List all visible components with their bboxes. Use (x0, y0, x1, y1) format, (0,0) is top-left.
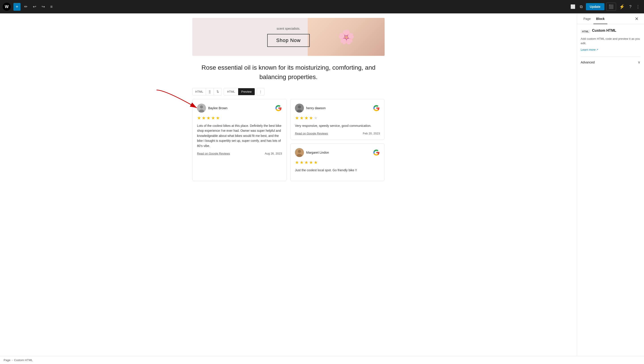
redo-button[interactable]: ↪ (40, 3, 47, 10)
close-icon: ✕ (635, 16, 639, 21)
drag-handle[interactable]: ⣿ (206, 88, 214, 95)
svg-point-8 (298, 150, 301, 153)
breadcrumb-page[interactable]: Page (4, 358, 10, 362)
google-icon-henry (373, 104, 380, 112)
pencil-button[interactable]: ✏ (22, 3, 29, 10)
editor-content: scent specialists. Shop Now 🌸 Rose essen… (188, 18, 389, 181)
review-header-margaret: Margaret Lindon (295, 148, 380, 157)
review-card-henry: henry dawson ★ ★ ★ ★ (290, 99, 385, 140)
html-badge: HTML (581, 30, 590, 33)
hero-decoration: 🌸 (308, 18, 385, 56)
update-button[interactable]: Update (586, 3, 604, 10)
block-toolbar: HTML ⣿ ⇅ HTML Preview ⋮ (192, 88, 265, 95)
undo-button[interactable]: ↩ (31, 3, 38, 10)
review-header-baylee: Baylee Brown (197, 104, 282, 112)
review-header-henry: henry dawson (295, 104, 380, 112)
avatar-henry (295, 104, 304, 112)
toolbar-right: ⬜ ⧉ Update ⬛ ⚡ ? ⋮ (569, 3, 641, 11)
tab-html[interactable]: HTML (224, 88, 238, 95)
lightning-button[interactable]: ⚡ (618, 3, 626, 11)
external-button[interactable]: ⧉ (578, 3, 584, 10)
html-label-item: HTML (192, 88, 206, 95)
block-header: HTML Custom HTML (581, 28, 640, 34)
shop-now-button[interactable]: Shop Now (267, 34, 310, 47)
stars-henry: ★ ★ ★ ★ ★ (295, 115, 380, 120)
chevron-down-icon: ∨ (638, 60, 640, 64)
reviewer-name-baylee: Baylee Brown (208, 106, 228, 110)
review-footer-baylee: Read on Google Reviews Aug 26, 2023 (197, 152, 282, 155)
main-layout: scent specialists. Shop Now 🌸 Rose essen… (0, 14, 644, 356)
hero-overlay-text: scent specialists. (277, 27, 300, 30)
status-bar: Page › Custom HTML (0, 356, 644, 364)
google-icon-margaret (373, 149, 380, 156)
reviewer-info-baylee: Baylee Brown (197, 104, 228, 112)
advanced-section[interactable]: Advanced ∨ (581, 57, 640, 68)
menu-button[interactable]: ≡ (49, 3, 55, 10)
review-text-baylee: Lots of the coolest bikes at this place.… (197, 123, 282, 148)
tab-block[interactable]: Block (593, 14, 607, 24)
add-block-button[interactable]: + (14, 3, 21, 11)
block-more-button[interactable]: ⋮ (257, 88, 265, 95)
block-icon: ⬛ (609, 4, 613, 9)
svg-point-2 (200, 106, 203, 108)
external-link-icon: ↗ (596, 48, 598, 51)
toolbar: W + ✏ ↩ ↪ ≡ ⬜ ⧉ Update ⬛ ⚡ ? ⋮ (0, 0, 644, 14)
block-title: Custom HTML (592, 28, 616, 32)
lightning-icon: ⚡ (619, 4, 625, 10)
view-icon: ⬜ (570, 4, 575, 9)
reviews-grid: Baylee Brown ★ ★ ★ ★ (192, 99, 385, 181)
review-text-henry: Very responsive, speedy service, good co… (295, 123, 380, 128)
review-date-henry: Feb 20, 2023 (363, 132, 380, 135)
sidebar-content: HTML Custom HTML Add custom HTML code an… (577, 24, 644, 72)
tab-group: HTML Preview (224, 88, 255, 95)
sidebar: Page Block ✕ HTML Custom HTML Add custom… (577, 14, 644, 356)
reviewer-name-henry: henry dawson (306, 106, 326, 110)
breadcrumb-custom-html[interactable]: Custom HTML (14, 358, 33, 362)
block-toolbar-group: HTML ⣿ ⇅ (192, 88, 222, 95)
more-options-button[interactable]: ⋮ (634, 3, 641, 10)
review-card-baylee: Baylee Brown ★ ★ ★ ★ (192, 99, 287, 181)
block-icon-button[interactable]: ⬛ (606, 3, 616, 11)
google-icon-baylee (275, 104, 282, 112)
sidebar-close-button[interactable]: ✕ (633, 14, 640, 23)
avatar-margaret (295, 148, 304, 157)
help-button[interactable]: ? (628, 3, 633, 10)
sidebar-tabs: Page Block ✕ (577, 14, 644, 24)
description-text: Rose essential oil is known for its mois… (192, 63, 385, 82)
wp-logo: W (3, 3, 11, 11)
stars-margaret: ★ ★ ★ ★ ★ (295, 160, 380, 165)
read-link-baylee[interactable]: Read on Google Reviews (197, 152, 230, 155)
help-icon: ? (629, 4, 631, 9)
undo-icon: ↩ (33, 4, 36, 9)
review-text-margaret: Just the coolest local spot. Go friendly… (295, 168, 380, 172)
stars-baylee: ★ ★ ★ ★ ★ (197, 115, 282, 120)
breadcrumb-separator: › (12, 358, 13, 362)
editor-area: scent specialists. Shop Now 🌸 Rose essen… (0, 14, 577, 356)
read-link-henry[interactable]: Read on Google Reviews (295, 132, 328, 135)
more-icon: ⋮ (636, 4, 640, 9)
learn-more-link[interactable]: Learn more ↗ (581, 48, 598, 51)
advanced-label: Advanced (581, 60, 595, 64)
reviewer-info-margaret: Margaret Lindon (295, 148, 329, 157)
external-icon: ⧉ (580, 4, 583, 9)
review-footer-henry: Read on Google Reviews Feb 20, 2023 (295, 132, 380, 135)
pencil-icon: ✏ (24, 4, 28, 9)
block-desc: Add custom HTML code and preview it as y… (581, 36, 640, 45)
review-date-baylee: Aug 26, 2023 (265, 152, 282, 155)
reviewer-info-henry: henry dawson (295, 104, 326, 112)
tab-preview[interactable]: Preview (238, 88, 255, 95)
hero-section: scent specialists. Shop Now 🌸 (192, 18, 385, 56)
menu-icon: ≡ (50, 4, 53, 9)
tab-page[interactable]: Page (581, 14, 593, 24)
move-arrows[interactable]: ⇅ (214, 88, 222, 95)
review-card-margaret: Margaret Lindon ★ ★ ★ ★ (290, 143, 385, 181)
avatar-baylee (197, 104, 206, 112)
view-button[interactable]: ⬜ (569, 3, 577, 10)
arrows-icon: ⇅ (217, 90, 219, 93)
reviewer-name-margaret: Margaret Lindon (306, 151, 329, 154)
redo-icon: ↪ (42, 4, 45, 9)
drag-icon: ⣿ (209, 90, 211, 93)
svg-point-5 (298, 106, 301, 108)
